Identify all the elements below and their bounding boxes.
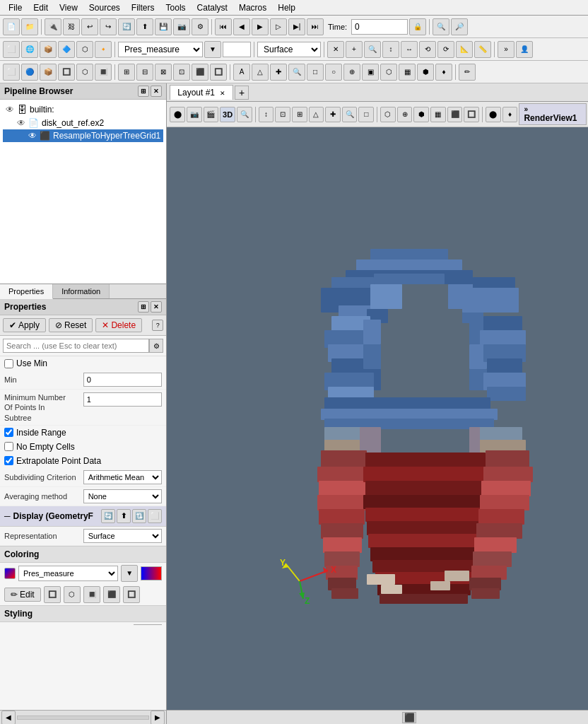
tb2-interact8[interactable]: 📐 (456, 41, 473, 58)
coloring-btn3[interactable]: 🔳 (83, 586, 100, 603)
layout-tab-close[interactable]: ✕ (220, 90, 225, 97)
tb3-btn24[interactable]: ♦ (435, 64, 452, 81)
tb3-btn4[interactable]: 🔲 (58, 64, 75, 81)
min-points-input[interactable] (83, 392, 163, 407)
tab-information[interactable]: Information (53, 284, 110, 298)
display-btn3[interactable]: 🔃 (132, 509, 146, 523)
pipeline-item-builtin[interactable]: 👁 🗄 builtin: (3, 103, 163, 117)
tb3-btn21[interactable]: ⬡ (380, 64, 397, 81)
scroll-left-btn[interactable]: ◀ (1, 711, 16, 725)
tb3-btn15[interactable]: ✚ (270, 64, 287, 81)
apply-button[interactable]: ✔ Apply (3, 318, 46, 332)
pipeline-item-resample[interactable]: 👁 ⬛ ResampleToHyperTreeGrid1 (3, 129, 163, 142)
render-btn6[interactable]: ↕ (259, 107, 274, 122)
render-btn7[interactable]: ⊡ (275, 107, 290, 122)
zoom-in-button[interactable]: 🔍 (433, 18, 449, 35)
tb2-interact7[interactable]: ⟳ (437, 41, 454, 58)
tb3-btn2[interactable]: 🔵 (21, 64, 38, 81)
pipeline-close-button[interactable]: ✕ (151, 86, 162, 97)
menu-filters[interactable]: Filters (126, 1, 160, 14)
render-btn11[interactable]: 🔍 (342, 107, 358, 122)
open-button[interactable]: 📁 (21, 18, 38, 35)
tb3-btn8[interactable]: ⊟ (136, 64, 153, 81)
render-btn9[interactable]: △ (309, 107, 324, 122)
tb2-interact4[interactable]: ↕ (382, 41, 399, 58)
display-btn2[interactable]: ⬆ (117, 509, 131, 523)
menu-view[interactable]: View (54, 1, 83, 14)
add-layout-button[interactable]: + (235, 86, 249, 100)
edit-coloring-button[interactable]: ✏ Edit (4, 588, 41, 602)
last-frame-button[interactable]: ⏭ (307, 18, 324, 35)
pipeline-options-button[interactable]: ⊞ (138, 86, 149, 97)
tb3-btn25[interactable]: ✏ (459, 64, 476, 81)
tb2-btn6[interactable]: 🔸 (95, 41, 112, 58)
connect-button[interactable]: 🔌 (45, 18, 61, 35)
tb3-btn16[interactable]: 🔍 (288, 64, 305, 81)
render-btn5[interactable]: 🔍 (237, 107, 252, 122)
render-btn10[interactable]: ✚ (325, 107, 341, 122)
render-btn8[interactable]: ⊞ (292, 107, 307, 122)
tb2-interact1[interactable]: ✕ (327, 41, 344, 58)
new-button[interactable]: 📄 (3, 18, 20, 35)
tb3-btn23[interactable]: ⬢ (417, 64, 434, 81)
reset-button[interactable]: ⊘ Reset (49, 318, 93, 332)
search-input[interactable] (3, 339, 149, 353)
render-btn20[interactable]: ♦ (502, 107, 518, 122)
coloring-range[interactable] (223, 42, 251, 57)
tb3-btn22[interactable]: ▦ (399, 64, 416, 81)
settings-button[interactable]: ⚙ (192, 18, 208, 35)
tb3-btn3[interactable]: 📦 (40, 64, 57, 81)
tb3-btn19[interactable]: ⊕ (343, 64, 360, 81)
tb3-btn18[interactable]: ○ (325, 64, 342, 81)
play-realtime-button[interactable]: ▷ (270, 18, 287, 35)
bottom-resize-btn[interactable]: ⬛ (402, 712, 416, 723)
search-gear-button[interactable]: ⚙ (149, 339, 163, 353)
render-btn17[interactable]: ⬛ (447, 107, 463, 122)
render-btn18[interactable]: 🔲 (464, 107, 479, 122)
tb3-btn1[interactable]: ⬜ (3, 64, 20, 81)
tb2-btn2[interactable]: 🌐 (21, 41, 38, 58)
tb3-btn10[interactable]: ⊡ (173, 64, 190, 81)
tb3-btn9[interactable]: ⊠ (155, 64, 172, 81)
render-btn1[interactable]: ⬤ (170, 107, 185, 122)
screenshot-button[interactable]: 📷 (173, 18, 190, 35)
tb2-btn4[interactable]: 🔷 (58, 41, 75, 58)
prev-frame-button[interactable]: ◀ (233, 18, 250, 35)
time-input[interactable] (351, 19, 408, 35)
time-lock-button[interactable]: 🔒 (409, 18, 426, 35)
redo-button[interactable]: ↪ (100, 18, 117, 35)
tb2-interact5[interactable]: ↔ (401, 41, 418, 58)
render-btn2[interactable]: 📷 (187, 107, 202, 122)
render-btn12[interactable]: □ (358, 107, 374, 122)
menu-help[interactable]: Help (272, 1, 301, 14)
load-button[interactable]: ⬆ (136, 18, 153, 35)
scroll-right-btn[interactable]: ▶ (151, 711, 165, 725)
tb2-btn5[interactable]: ⬡ (76, 41, 93, 58)
coloring-select[interactable]: Pres_measure (118, 42, 203, 57)
tb2-interact9[interactable]: 📏 (474, 41, 491, 58)
tb3-btn7[interactable]: ⊞ (118, 64, 135, 81)
render-canvas[interactable]: Y X Z (167, 127, 588, 710)
tb2-more[interactable]: » (498, 41, 514, 58)
refresh-button[interactable]: 🔄 (118, 18, 135, 35)
tb3-btn11[interactable]: ⬛ (192, 64, 208, 81)
menu-sources[interactable]: Sources (83, 1, 126, 14)
inside-range-checkbox[interactable] (4, 428, 13, 437)
opacity-input[interactable] (134, 624, 162, 625)
save-button[interactable]: 💾 (155, 18, 172, 35)
min-input[interactable] (83, 373, 163, 387)
menu-file[interactable]: File (3, 1, 28, 14)
display-btn1[interactable]: 🔄 (101, 509, 115, 523)
display-btn4[interactable]: ⬜ (148, 509, 162, 523)
coloring-btn1[interactable]: 🔲 (44, 586, 61, 603)
properties-options-button[interactable]: ⊞ (138, 301, 149, 313)
coloring-btn5[interactable]: 🔲 (123, 586, 140, 603)
next-frame-button[interactable]: ▶| (288, 18, 305, 35)
render-btn13[interactable]: ⬡ (380, 107, 396, 122)
tb3-btn13[interactable]: A (233, 64, 250, 81)
disconnect-button[interactable]: ⛓ (63, 18, 80, 35)
coloring-dropdown[interactable]: ▼ (204, 41, 221, 58)
render-3d-btn[interactable]: 3D (220, 107, 235, 122)
tb3-btn17[interactable]: □ (307, 64, 324, 81)
properties-close-button[interactable]: ✕ (151, 301, 162, 313)
